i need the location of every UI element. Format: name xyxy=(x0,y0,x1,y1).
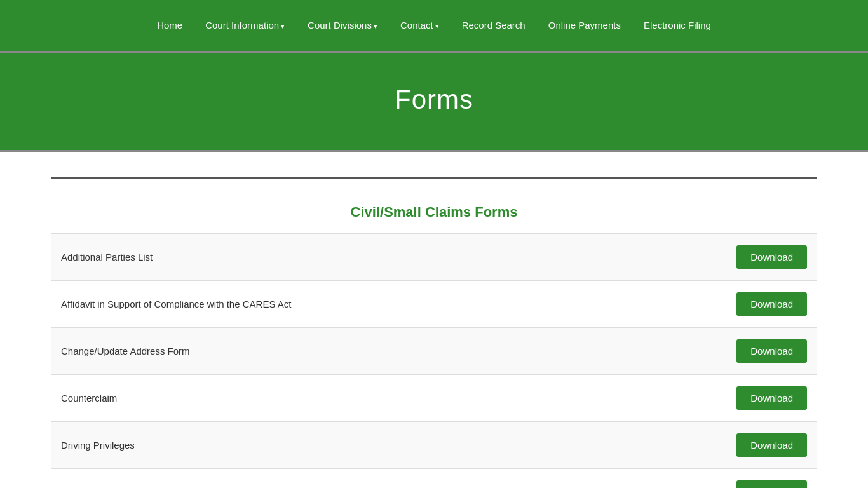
dropdown-arrow-icon: ▾ xyxy=(435,22,439,30)
main-content: Civil/Small Claims Forms Additional Part… xyxy=(0,152,868,488)
nav-item-electronic-filing[interactable]: Electronic Filing xyxy=(644,20,711,30)
nav-item-home[interactable]: Home xyxy=(157,20,182,30)
page-title: Forms xyxy=(0,85,868,115)
nav-item-record-search[interactable]: Record Search xyxy=(462,20,526,30)
form-name-label: Change/Update Address Form xyxy=(61,346,190,356)
nav-item-online-payments[interactable]: Online Payments xyxy=(548,20,621,30)
table-row: Additional Parties ListDownload xyxy=(51,233,817,281)
download-button[interactable]: Download xyxy=(736,386,807,410)
form-name-label: Driving Privileges xyxy=(61,440,135,451)
form-name-label: Affidavit in Support of Compliance with … xyxy=(61,299,291,309)
table-row: Driving PrivilegesDownload xyxy=(51,422,817,469)
nav-item-court-divisions[interactable]: Court Divisions▾ xyxy=(308,20,377,30)
table-row: Affidavit in Support of Compliance with … xyxy=(51,281,817,328)
download-button[interactable]: Download xyxy=(736,292,807,316)
nav-item-court-information[interactable]: Court Information▾ xyxy=(205,20,285,30)
download-button[interactable]: Download xyxy=(736,245,807,269)
section-divider xyxy=(51,177,817,179)
dropdown-arrow-icon: ▾ xyxy=(281,22,285,30)
hero-banner: Forms xyxy=(0,53,868,152)
dropdown-arrow-icon: ▾ xyxy=(374,22,377,30)
table-row: Change/Update Address FormDownload xyxy=(51,328,817,375)
section-title: Civil/Small Claims Forms xyxy=(51,204,817,220)
table-row: Financial Disclosure / Fee Waiver Affida… xyxy=(51,469,817,488)
download-button[interactable]: Download xyxy=(736,339,807,363)
table-row: CounterclaimDownload xyxy=(51,375,817,422)
main-nav: HomeCourt Information▾Court Divisions▾Co… xyxy=(0,0,868,53)
download-button[interactable]: Download xyxy=(736,433,807,457)
form-name-label: Additional Parties List xyxy=(61,252,153,262)
download-button[interactable]: Download xyxy=(736,480,807,488)
nav-item-contact[interactable]: Contact▾ xyxy=(400,20,439,30)
form-name-label: Counterclaim xyxy=(61,393,117,403)
forms-list: Additional Parties ListDownloadAffidavit… xyxy=(51,233,817,488)
